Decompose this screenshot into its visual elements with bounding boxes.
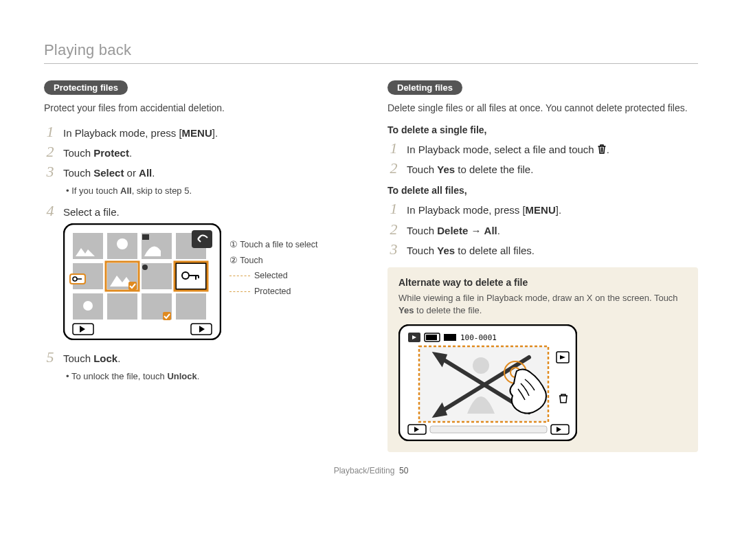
step-text: Touch Yes to delete all files.: [407, 244, 535, 258]
svg-rect-22: [128, 282, 137, 290]
callout: Selected: [254, 268, 288, 284]
section-pill-protecting: Protecting files: [44, 80, 128, 95]
svg-point-35: [473, 357, 489, 374]
callout: ① Touch a file to select: [229, 237, 318, 253]
callout: Protected: [254, 284, 291, 300]
step-text: Touch Delete → All.: [407, 224, 500, 238]
col-protecting: Protecting files Protect your files from…: [44, 80, 355, 452]
svg-rect-31: [426, 335, 437, 340]
step-note: If you touch All, skip to step 5.: [66, 185, 355, 197]
svg-rect-23: [163, 312, 171, 320]
step-text: Touch Select or All.: [63, 166, 155, 180]
step-num: 2: [387, 222, 400, 237]
alternate-box: Alternate way to delete a file While vie…: [387, 267, 698, 451]
step-text: In Playback mode, press [MENU].: [63, 126, 218, 140]
step-num: 2: [387, 161, 400, 176]
protecting-intro: Protect your files from accidential dele…: [44, 102, 355, 115]
deleting-intro: Delete single files or all files at once…: [387, 102, 698, 115]
svg-rect-12: [176, 293, 206, 320]
step-num: 1: [44, 124, 56, 139]
step-num: 1: [387, 141, 400, 156]
step-num: 1: [387, 201, 400, 216]
step-text: Touch Yes to delete the file.: [407, 163, 533, 177]
step-text: In Playback mode, select a file and touc…: [407, 143, 609, 157]
alt-title: Alternate way to delete a file: [398, 277, 687, 288]
subhead-all: To delete all files,: [387, 185, 698, 196]
step-text: Touch Lock.: [63, 352, 120, 366]
step-num: 4: [44, 203, 56, 219]
step-note: To unlock the file, touch Unlock.: [66, 370, 355, 383]
alt-body: While viewing a file in Playback mode, d…: [398, 292, 687, 317]
page-footer: Playback/Editing 50: [44, 466, 698, 475]
subhead-single: To delete a single file,: [387, 124, 698, 135]
file-id-label: 100-0001: [460, 333, 497, 342]
step-num: 2: [44, 144, 56, 159]
draw-x-figure: 100-0001: [398, 324, 577, 441]
step-text: In Playback mode, press [MENU].: [407, 203, 561, 217]
svg-rect-41: [430, 426, 547, 433]
svg-point-13: [117, 238, 128, 249]
thumbnail-grid-figure: [63, 223, 221, 340]
step-text: Select a file.: [63, 205, 120, 219]
col-deleting: Deleting files Delete single files or al…: [387, 80, 698, 452]
step-num: 3: [44, 164, 56, 179]
step-num: 5: [44, 350, 56, 365]
section-pill-deleting: Deleting files: [387, 80, 462, 95]
leader-line: [229, 276, 250, 276]
svg-rect-19: [192, 230, 212, 248]
callout: ② Touch: [229, 253, 263, 269]
svg-rect-20: [142, 234, 149, 240]
step-text: Touch Protect.: [63, 146, 132, 160]
svg-point-21: [142, 265, 148, 270]
svg-rect-10: [107, 293, 137, 320]
svg-point-14: [83, 301, 93, 311]
step-num: 3: [387, 242, 400, 257]
page-title: Playing back: [44, 41, 131, 58]
leader-line: [229, 291, 250, 292]
trash-icon: [597, 144, 607, 155]
svg-rect-32: [444, 334, 456, 341]
